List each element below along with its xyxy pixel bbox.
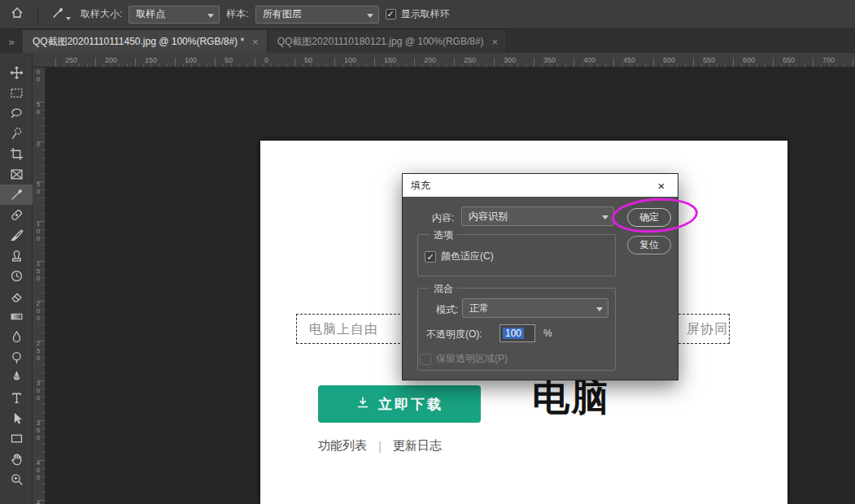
type-tool[interactable] — [0, 388, 33, 408]
show-ring-checkbox[interactable]: ✓ — [386, 9, 396, 20]
color-adapt-option[interactable]: ✓ 颜色适应(C) — [425, 250, 494, 263]
ruler-label: 50 — [304, 56, 312, 64]
blur-icon — [10, 330, 24, 344]
move-icon — [10, 66, 24, 80]
dialog-title: 填充 — [411, 179, 430, 193]
ruler-vertical: 1 0 05 005 01 0 01 5 02 0 02 5 03 0 03 5… — [33, 67, 46, 504]
pen-tool[interactable] — [0, 367, 33, 388]
rectangular-marquee-tool[interactable] — [0, 83, 33, 103]
preserve-transparency-option[interactable]: 保留透明区域(P) — [420, 352, 508, 366]
color-adapt-label: 颜色适应(C) — [441, 250, 494, 263]
ruler-label: 600 — [743, 56, 755, 64]
ruler-label: 400 — [583, 56, 595, 64]
brush-icon — [10, 228, 24, 242]
ruler-label: 3 0 0 — [34, 380, 42, 402]
sample-layers-dropdown[interactable]: 所有图层 — [255, 6, 379, 24]
doc-paragraph-right: 屏协同 — [687, 321, 728, 338]
current-tool-button[interactable] — [48, 5, 74, 24]
type-icon — [10, 391, 24, 405]
lasso-tool[interactable] — [0, 103, 33, 124]
opacity-input[interactable]: 100 — [499, 324, 535, 342]
ruler-label: 4 5 0 — [34, 499, 42, 504]
ruler-ticks — [55, 58, 855, 67]
document-tab[interactable]: QQ截图20201110111450.jpg @ 100%(RGB/8#) *× — [23, 30, 268, 53]
rectangular-marquee-icon — [10, 86, 24, 100]
hand-tool[interactable] — [0, 449, 33, 469]
sample-size-value: 取样点 — [136, 7, 165, 21]
dialog-titlebar[interactable]: 填充 × — [403, 174, 678, 197]
ruler-label: 250 — [464, 56, 476, 64]
lasso-icon — [10, 106, 24, 120]
color-adapt-checkbox[interactable]: ✓ — [425, 251, 436, 263]
mode-value: 正常 — [469, 302, 489, 315]
reset-button[interactable]: 复位 — [627, 236, 671, 254]
spot-healing-icon — [10, 208, 24, 222]
blur-tool[interactable] — [0, 327, 33, 347]
ruler-label: 300 — [504, 56, 516, 64]
percent-label: % — [543, 328, 552, 339]
gradient-icon — [10, 310, 24, 324]
quick-selection-icon — [10, 127, 24, 141]
tab-close-icon[interactable]: × — [492, 36, 499, 48]
show-ring-option[interactable]: ✓ 显示取样环 — [386, 7, 450, 21]
clone-stamp-tool[interactable] — [0, 245, 33, 266]
sample-label: 样本: — [226, 7, 248, 21]
dodge-icon — [10, 350, 24, 364]
ruler-label: 1 0 0 — [34, 220, 42, 242]
spot-healing-tool[interactable] — [0, 205, 33, 225]
quick-selection-tool[interactable] — [0, 124, 33, 144]
blend-group-label: 混合 — [430, 282, 457, 296]
ruler-label: 150 — [384, 56, 396, 64]
panel-collapse-icon[interactable]: » — [0, 36, 23, 53]
ruler-label: 450 — [623, 56, 635, 64]
content-dropdown[interactable]: 内容识别 — [461, 206, 614, 226]
ruler-horizontal: 2502001501005005010015020025030035040045… — [33, 53, 855, 67]
tab-close-icon[interactable]: × — [252, 36, 259, 48]
dodge-tool[interactable] — [0, 347, 33, 367]
ruler-label: 2 5 0 — [34, 340, 42, 362]
home-icon — [11, 7, 24, 22]
opacity-label: 不透明度(O): — [426, 328, 482, 341]
ruler-label: 2 0 0 — [34, 300, 42, 322]
ruler-label: 0 — [264, 56, 268, 64]
link-divider: | — [378, 439, 382, 453]
gradient-tool[interactable] — [0, 306, 33, 327]
hand-icon — [10, 452, 24, 466]
frame-icon — [10, 167, 24, 181]
rectangle-tool[interactable] — [0, 428, 33, 449]
options-group: 选项 ✓ 颜色适应(C) — [417, 234, 616, 276]
sample-size-dropdown[interactable]: 取样点 — [129, 6, 220, 24]
ruler-label: 5 0 — [34, 101, 42, 115]
eraser-tool[interactable] — [0, 286, 33, 306]
home-button[interactable] — [7, 4, 28, 25]
ok-button[interactable]: 确定 — [627, 208, 671, 227]
crop-tool[interactable] — [0, 144, 33, 164]
mode-dropdown[interactable]: 正常 — [462, 298, 609, 318]
changelog-link: 更新日志 — [393, 438, 442, 454]
ruler-label: 100 — [344, 56, 356, 64]
tab-strip: QQ截图20201110111450.jpg @ 100%(RGB/8#) *×… — [23, 30, 507, 53]
frame-tool[interactable] — [0, 164, 33, 185]
options-group-label: 选项 — [430, 228, 457, 242]
ruler-label: 550 — [703, 56, 715, 64]
tab-label: QQ截图20201110111450.jpg @ 100%(RGB/8#) * — [33, 35, 244, 49]
eyedropper-tool[interactable] — [0, 185, 33, 205]
separator — [37, 6, 38, 24]
close-icon[interactable]: × — [653, 179, 670, 193]
move-tool[interactable] — [0, 63, 33, 83]
sample-size-label: 取样大小: — [81, 7, 122, 21]
ruler-label: 650 — [783, 56, 795, 64]
ruler-label: 200 — [424, 56, 436, 64]
chevron-down-icon — [367, 14, 373, 18]
doc-links: 功能列表 | 更新日志 — [318, 438, 442, 454]
download-icon — [356, 395, 370, 414]
path-selection-tool[interactable] — [0, 408, 33, 428]
brush-tool[interactable] — [0, 225, 33, 245]
preserve-transparency-checkbox[interactable] — [420, 354, 431, 365]
history-brush-tool[interactable] — [0, 266, 33, 286]
options-bar: 取样大小: 取样点 样本: 所有图层 ✓ 显示取样环 — [0, 0, 855, 29]
ruler-label: 3 5 0 — [34, 419, 42, 441]
document-tab[interactable]: QQ截图20201110180121.jpg @ 100%(RGB/8#)× — [268, 30, 507, 53]
eyedropper-icon — [51, 7, 64, 22]
zoom-tool[interactable] — [0, 469, 33, 489]
